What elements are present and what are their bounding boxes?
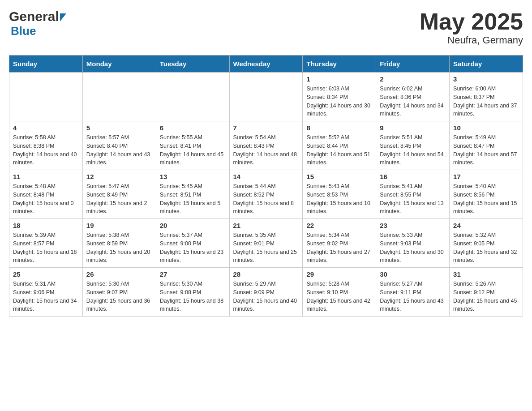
calendar-cell: 2Sunrise: 6:02 AMSunset: 8:36 PMDaylight… (376, 73, 450, 121)
day-number: 13 (160, 173, 226, 180)
weekday-header-saturday: Saturday (450, 56, 523, 73)
calendar-cell: 20Sunrise: 5:37 AMSunset: 9:00 PMDayligh… (156, 219, 229, 268)
day-number: 14 (233, 173, 299, 180)
day-number: 2 (380, 75, 446, 83)
day-number: 17 (453, 173, 519, 180)
logo-general-text: General (9, 9, 59, 24)
day-info: Sunrise: 5:54 AMSunset: 8:43 PMDaylight:… (233, 133, 299, 167)
day-number: 18 (13, 222, 79, 229)
day-number: 19 (86, 222, 152, 229)
day-info: Sunrise: 5:38 AMSunset: 8:59 PMDaylight:… (86, 231, 152, 265)
day-info: Sunrise: 5:26 AMSunset: 9:12 PMDaylight:… (453, 280, 519, 313)
calendar-cell: 25Sunrise: 5:31 AMSunset: 9:06 PMDayligh… (9, 268, 83, 317)
calendar-cell: 9Sunrise: 5:51 AMSunset: 8:45 PMDaylight… (376, 121, 450, 170)
day-info: Sunrise: 5:34 AMSunset: 9:02 PMDaylight:… (306, 231, 372, 265)
day-number: 21 (233, 222, 299, 229)
calendar-cell: 27Sunrise: 5:30 AMSunset: 9:08 PMDayligh… (156, 268, 229, 317)
logo-blue-text: Blue (11, 24, 36, 38)
day-number: 8 (306, 124, 372, 132)
calendar-cell: 8Sunrise: 5:52 AMSunset: 8:44 PMDaylight… (303, 121, 376, 170)
calendar-cell: 17Sunrise: 5:40 AMSunset: 8:56 PMDayligh… (450, 170, 523, 219)
day-info: Sunrise: 5:32 AMSunset: 9:05 PMDaylight:… (453, 231, 519, 265)
day-info: Sunrise: 5:29 AMSunset: 9:09 PMDaylight:… (233, 280, 299, 313)
calendar-table: SundayMondayTuesdayWednesdayThursdayFrid… (9, 55, 523, 317)
weekday-header-thursday: Thursday (303, 56, 376, 73)
calendar-cell: 18Sunrise: 5:39 AMSunset: 8:57 PMDayligh… (9, 219, 83, 268)
calendar-cell: 14Sunrise: 5:44 AMSunset: 8:52 PMDayligh… (229, 170, 303, 219)
calendar-cell: 24Sunrise: 5:32 AMSunset: 9:05 PMDayligh… (450, 219, 523, 268)
day-info: Sunrise: 5:30 AMSunset: 9:08 PMDaylight:… (160, 280, 226, 313)
day-number: 24 (453, 222, 519, 229)
day-info: Sunrise: 5:41 AMSunset: 8:55 PMDaylight:… (380, 182, 446, 216)
weekday-header-monday: Monday (82, 56, 156, 73)
calendar-cell: 30Sunrise: 5:27 AMSunset: 9:11 PMDayligh… (376, 268, 450, 317)
day-number: 1 (306, 75, 372, 83)
logo: General Blue (9, 9, 66, 38)
page-header: General Blue May 2025 Neufra, Germany (9, 9, 523, 46)
calendar-cell: 12Sunrise: 5:47 AMSunset: 8:49 PMDayligh… (82, 170, 156, 219)
calendar-cell: 6Sunrise: 5:55 AMSunset: 8:41 PMDaylight… (156, 121, 229, 170)
week-row-3: 11Sunrise: 5:48 AMSunset: 8:48 PMDayligh… (9, 170, 523, 219)
day-info: Sunrise: 5:49 AMSunset: 8:47 PMDaylight:… (453, 133, 519, 167)
calendar-cell: 28Sunrise: 5:29 AMSunset: 9:09 PMDayligh… (229, 268, 303, 317)
day-number: 29 (306, 270, 372, 278)
day-number: 6 (160, 124, 226, 132)
weekday-header-tuesday: Tuesday (156, 56, 229, 73)
calendar-cell: 21Sunrise: 5:35 AMSunset: 9:01 PMDayligh… (229, 219, 303, 268)
logo-triangle-icon (60, 13, 66, 21)
calendar-cell: 1Sunrise: 6:03 AMSunset: 8:34 PMDaylight… (303, 73, 376, 121)
calendar-header-row: SundayMondayTuesdayWednesdayThursdayFrid… (9, 56, 523, 73)
day-number: 26 (86, 270, 152, 278)
week-row-4: 18Sunrise: 5:39 AMSunset: 8:57 PMDayligh… (9, 219, 523, 268)
day-info: Sunrise: 6:03 AMSunset: 8:34 PMDaylight:… (306, 85, 372, 118)
day-info: Sunrise: 5:45 AMSunset: 8:51 PMDaylight:… (160, 182, 226, 216)
calendar-cell: 22Sunrise: 5:34 AMSunset: 9:02 PMDayligh… (303, 219, 376, 268)
title-block: May 2025 Neufra, Germany (420, 9, 523, 46)
day-info: Sunrise: 5:30 AMSunset: 9:07 PMDaylight:… (86, 280, 152, 313)
day-info: Sunrise: 5:44 AMSunset: 8:52 PMDaylight:… (233, 182, 299, 216)
weekday-header-sunday: Sunday (9, 56, 83, 73)
day-info: Sunrise: 5:51 AMSunset: 8:45 PMDaylight:… (380, 133, 446, 167)
day-number: 31 (453, 270, 519, 278)
day-number: 22 (306, 222, 372, 229)
day-info: Sunrise: 5:48 AMSunset: 8:48 PMDaylight:… (13, 182, 79, 216)
day-info: Sunrise: 5:58 AMSunset: 8:38 PMDaylight:… (13, 133, 79, 167)
calendar-cell (82, 73, 156, 121)
day-number: 11 (13, 173, 79, 180)
day-number: 4 (13, 124, 79, 132)
day-number: 20 (160, 222, 226, 229)
week-row-5: 25Sunrise: 5:31 AMSunset: 9:06 PMDayligh… (9, 268, 523, 317)
week-row-1: 1Sunrise: 6:03 AMSunset: 8:34 PMDaylight… (9, 73, 523, 121)
day-number: 28 (233, 270, 299, 278)
day-number: 16 (380, 173, 446, 180)
calendar-cell: 31Sunrise: 5:26 AMSunset: 9:12 PMDayligh… (450, 268, 523, 317)
calendar-cell: 19Sunrise: 5:38 AMSunset: 8:59 PMDayligh… (82, 219, 156, 268)
weekday-header-wednesday: Wednesday (229, 56, 303, 73)
calendar-cell: 29Sunrise: 5:28 AMSunset: 9:10 PMDayligh… (303, 268, 376, 317)
day-number: 15 (306, 173, 372, 180)
day-info: Sunrise: 5:35 AMSunset: 9:01 PMDaylight:… (233, 231, 299, 265)
week-row-2: 4Sunrise: 5:58 AMSunset: 8:38 PMDaylight… (9, 121, 523, 170)
calendar-cell: 26Sunrise: 5:30 AMSunset: 9:07 PMDayligh… (82, 268, 156, 317)
day-number: 12 (86, 173, 152, 180)
day-info: Sunrise: 6:00 AMSunset: 8:37 PMDaylight:… (453, 85, 519, 118)
page-subtitle: Neufra, Germany (420, 34, 523, 46)
day-number: 30 (380, 270, 446, 278)
day-info: Sunrise: 6:02 AMSunset: 8:36 PMDaylight:… (380, 85, 446, 118)
day-number: 10 (453, 124, 519, 132)
calendar-cell: 10Sunrise: 5:49 AMSunset: 8:47 PMDayligh… (450, 121, 523, 170)
calendar-cell: 15Sunrise: 5:43 AMSunset: 8:53 PMDayligh… (303, 170, 376, 219)
day-info: Sunrise: 5:37 AMSunset: 9:00 PMDaylight:… (160, 231, 226, 265)
calendar-cell (9, 73, 83, 121)
calendar-cell: 5Sunrise: 5:57 AMSunset: 8:40 PMDaylight… (82, 121, 156, 170)
day-number: 25 (13, 270, 79, 278)
day-number: 7 (233, 124, 299, 132)
day-info: Sunrise: 5:39 AMSunset: 8:57 PMDaylight:… (13, 231, 79, 265)
day-number: 23 (380, 222, 446, 229)
calendar-cell: 11Sunrise: 5:48 AMSunset: 8:48 PMDayligh… (9, 170, 83, 219)
calendar-cell: 7Sunrise: 5:54 AMSunset: 8:43 PMDaylight… (229, 121, 303, 170)
day-info: Sunrise: 5:55 AMSunset: 8:41 PMDaylight:… (160, 133, 226, 167)
page-title: May 2025 (420, 9, 523, 34)
calendar-cell: 13Sunrise: 5:45 AMSunset: 8:51 PMDayligh… (156, 170, 229, 219)
day-number: 5 (86, 124, 152, 132)
